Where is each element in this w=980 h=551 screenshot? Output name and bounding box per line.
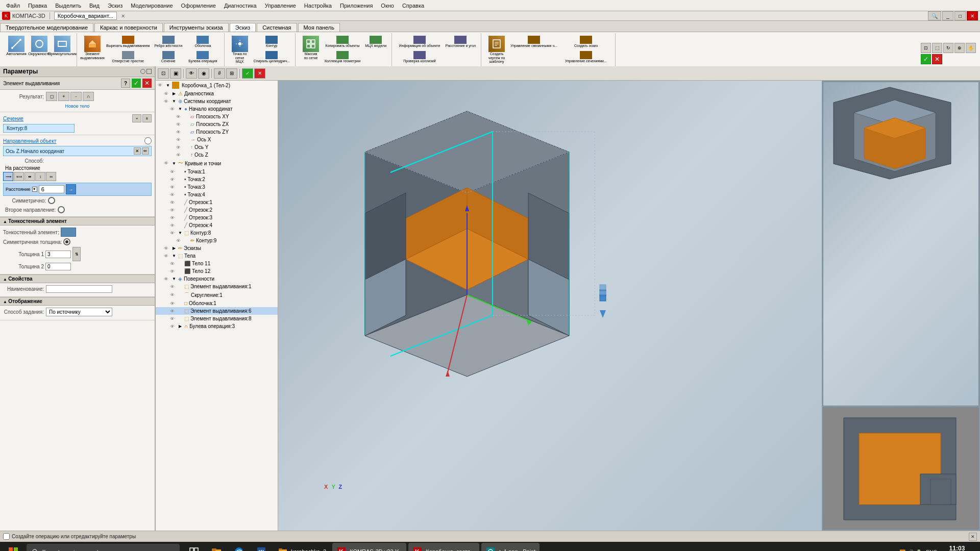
tree-item-contour9[interactable]: 👁 ✏ Контур:9 (156, 237, 278, 244)
pin-edge[interactable] (229, 543, 249, 551)
menu-sketch[interactable]: Эскиз (104, 2, 127, 10)
btn-cancel-red[interactable]: ✕ (142, 79, 152, 88)
tree-item-contour8[interactable]: 👁 ▼ ⬚ Контур:8 (156, 229, 278, 237)
thickness2-input[interactable]: 0 (45, 263, 71, 270)
tree-item-extrude8[interactable]: 👁 ⬚ Элемент выдавливания:8 (156, 315, 278, 322)
btn-cancel-ribbon[interactable]: ✕ (932, 54, 942, 64)
thin-section-header[interactable]: Тонкостенный элемент (0, 217, 155, 226)
btn-intersect[interactable]: ∩ (83, 92, 94, 101)
menu-select[interactable]: Выделить (51, 2, 85, 10)
btn-collision[interactable]: Проверка коллизий (396, 49, 443, 64)
start-button[interactable] (2, 543, 24, 551)
sketch-list-btn[interactable]: ≡ (142, 114, 152, 122)
btn-boolean[interactable]: Булева операция (185, 49, 220, 64)
close-tab-icon[interactable]: ✕ (121, 13, 125, 19)
tree-item-surfaces[interactable]: 👁 ▼ ◈ Поверхности (156, 275, 278, 283)
show-desktop-btn[interactable] (975, 543, 978, 551)
tree-item-diag[interactable]: 👁 ▶ ⚠ Диагностика (156, 90, 278, 97)
btn-vp-tool1[interactable]: ⊡ (158, 68, 169, 79)
btn-extrude-cut[interactable]: Вырезать выдавливанием (104, 34, 152, 49)
tree-item-seg3[interactable]: 👁 ╱ Отрезок:3 (156, 214, 278, 221)
display-method-select[interactable]: По источнику (46, 308, 112, 316)
dir-btn-2[interactable]: ⟺ (14, 172, 24, 181)
btn-spiral-cyl[interactable]: Спираль цилиндрич... (252, 49, 292, 64)
maximize-icon[interactable]: □ (954, 11, 966, 20)
btn-distance-angle[interactable]: Расстояние и угол (444, 34, 478, 49)
btn-hole-simple[interactable]: Отверстие простое (104, 49, 152, 64)
btn-manage-linked[interactable]: Управление связанными ч... (508, 34, 559, 49)
display-section-header[interactable]: Отображение (0, 297, 155, 306)
btn-info-obj[interactable]: Информация об объекте (396, 34, 443, 49)
sketch-link[interactable]: Сечение (3, 116, 23, 121)
menu-modeling[interactable]: Моделирование (127, 2, 177, 10)
viewport-3d[interactable]: X Y Z (278, 81, 822, 531)
menu-file[interactable]: Файл (2, 2, 24, 10)
expand-diag[interactable]: ▶ (172, 91, 177, 96)
expand-boolean3[interactable]: ▶ (178, 324, 183, 329)
tree-item-point3[interactable]: 👁 • Точка:3 (156, 183, 278, 191)
tree-item-axis-y[interactable]: 👁 ↑ Ось Y (156, 143, 278, 151)
tab-solid-modeling[interactable]: Твердотельное моделирование (0, 23, 93, 32)
symmetric-check[interactable] (48, 197, 55, 204)
btn-zoom[interactable]: ⊕ (954, 43, 965, 53)
btn-autoline[interactable]: Автолиния (5, 34, 28, 58)
btn-rotate[interactable]: ↻ (943, 43, 953, 53)
btn-vp-view[interactable]: 👁 (186, 68, 197, 79)
menu-manage[interactable]: Управление (261, 2, 300, 10)
btn-mass-grid[interactable]: Массив по сетке (300, 34, 322, 64)
btn-confirm-vp[interactable]: ✓ (242, 68, 253, 79)
thickness-swap-btn[interactable]: ⇅ (72, 247, 81, 261)
menu-edit[interactable]: Правка (24, 2, 51, 10)
distance-decrement[interactable]: ▼ (32, 187, 37, 192)
direction-radio[interactable] (144, 137, 152, 144)
tab-my-panel[interactable]: Моя панель (298, 23, 340, 32)
minimize-icon[interactable]: _ (942, 11, 953, 20)
menu-diagnostics[interactable]: Диагностика (220, 2, 261, 10)
tree-item-point4[interactable]: 👁 • Точка:4 (156, 191, 278, 198)
tree-item-seg2[interactable]: 👁 ╱ Отрезок:2 (156, 206, 278, 214)
taskbar-app-kompas[interactable]: K КОМПАС-3D v22 У... (332, 543, 406, 551)
tree-item-origin[interactable]: 👁 ▼ ● Начало координат (156, 105, 278, 113)
btn-new-body[interactable]: ◻ (46, 92, 57, 101)
tree-item-plane-zy[interactable]: 👁 ▱ Плоскость ZY (156, 128, 278, 136)
btn-cancel-vp[interactable]: ✕ (254, 68, 265, 79)
btn-create-sketch-from-drawing[interactable]: Создать эскиз (560, 34, 612, 49)
params-collapse-btn[interactable] (140, 69, 145, 74)
btn-circle[interactable]: Окружность (28, 34, 51, 58)
tree-item-curves[interactable]: 👁 ▼ 〜 Кривые и точки (156, 159, 278, 168)
btn-vp-tool2[interactable]: ▣ (170, 68, 181, 79)
menu-settings[interactable]: Настройка (300, 2, 336, 10)
btn-mch-model[interactable]: МЦХ модели (363, 34, 388, 49)
btn-manage-sections[interactable]: Управление сечениями... (560, 49, 612, 64)
tree-item-plane-zx[interactable]: 👁 ▱ Плоскость ZX (156, 120, 278, 128)
tree-item-seg1[interactable]: 👁 ╱ Отрезок:1 (156, 198, 278, 206)
btn-confirm-ribbon[interactable]: ✓ (921, 54, 931, 64)
tab-wireframe[interactable]: Каркас и поверхности (94, 23, 163, 32)
tab-system[interactable]: Системная (257, 23, 297, 32)
tab-sketch-tools[interactable]: Инструменты эскиза (164, 23, 229, 32)
tree-item-axis-x[interactable]: 👁 → Ось X (156, 136, 278, 143)
direction-edit-btn[interactable]: ✏ (142, 147, 149, 155)
sketch-value[interactable]: Контур:8 (3, 124, 75, 133)
name-input[interactable]: Элемент выдавливания:6 (46, 285, 112, 293)
tree-item-body12[interactable]: 👁 ⬛ Тело 12 (156, 267, 278, 275)
expand-surfaces[interactable]: ▼ (172, 277, 177, 282)
direction-clear-btn[interactable]: ✕ (134, 147, 141, 155)
taskbar-app-paint[interactable]: r_1.png - Paint (481, 543, 540, 551)
btn-rectangle[interactable]: Прямоугольник (51, 34, 74, 58)
tree-item-body11[interactable]: 👁 ⬛ Тело 11 (156, 260, 278, 267)
pin-explorer[interactable] (206, 543, 227, 551)
tree-item-root[interactable]: 👁 ▼ Коробочка_1 (Тел-2) (156, 81, 278, 90)
thin-elem-toggle[interactable] (61, 228, 76, 237)
params-resize-btn[interactable] (146, 69, 152, 74)
menu-apps[interactable]: Приложения (336, 2, 377, 10)
btn-add[interactable]: + (58, 92, 69, 101)
window-close-icon[interactable]: ✕ (967, 11, 978, 20)
expand-contour8[interactable]: ▼ (178, 231, 183, 236)
btn-rib[interactable]: Ребро жёсткости (152, 34, 184, 49)
tray-lang[interactable]: ENG (924, 549, 939, 552)
props-section-header[interactable]: Свойства (0, 274, 155, 283)
dir-btn-4[interactable]: ↕ (35, 172, 45, 181)
tree-item-sketches[interactable]: 👁 ▶ ✏ Эскизы (156, 244, 278, 252)
menu-window[interactable]: Окно (377, 2, 398, 10)
